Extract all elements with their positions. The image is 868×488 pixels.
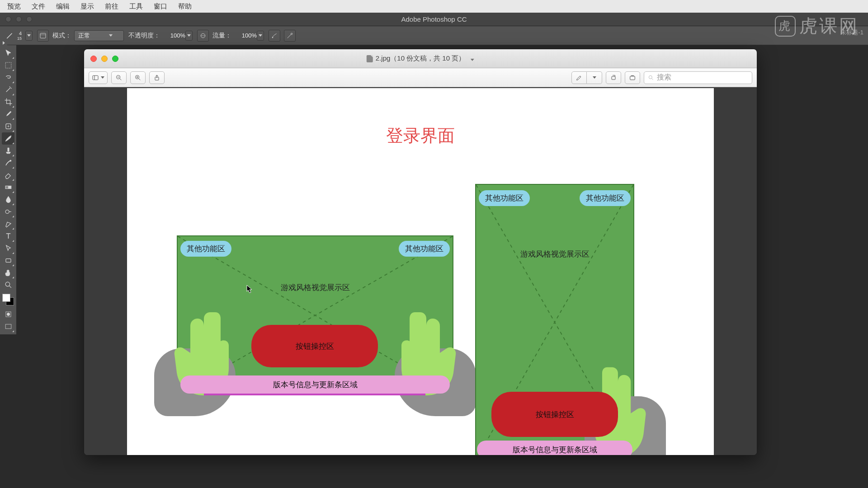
search-icon	[648, 75, 654, 81]
svg-point-7	[9, 160, 11, 161]
menu-item[interactable]: 显示	[80, 2, 94, 11]
dodge-tool-icon[interactable]	[2, 206, 14, 218]
landscape-mockup: 其他功能区 其他功能区 游戏风格视觉展示区 按钮操控区 版本号信息与更新条区域	[177, 235, 453, 395]
document-page: 登录界面 其他功能区 其他功能区 游戏风格视觉展示区	[127, 88, 714, 455]
window-controls	[5, 16, 32, 22]
svg-point-28	[649, 75, 652, 79]
mouse-cursor-icon	[246, 285, 253, 294]
svg-point-3	[272, 37, 274, 38]
eraser-tool-icon[interactable]	[2, 169, 14, 181]
airbrush-icon[interactable]	[269, 30, 280, 42]
opacity-value[interactable]: 100%	[163, 32, 185, 39]
close-icon[interactable]	[5, 16, 11, 22]
menu-item[interactable]: 编辑	[56, 2, 70, 11]
brush-preset-icon[interactable]	[5, 32, 15, 40]
version-bar: 版本号信息与更新条区域	[180, 375, 450, 394]
svg-point-14	[7, 313, 9, 315]
visual-zone-label: 游戏风格视觉展示区	[520, 249, 590, 259]
rotate-button[interactable]	[606, 71, 621, 84]
app-titlebar: Adobe Photoshop CC	[0, 13, 868, 26]
move-tool-icon[interactable]	[2, 47, 14, 59]
close-icon[interactable]	[90, 56, 97, 62]
visual-zone-label: 游戏风格视觉展示区	[281, 282, 350, 293]
clone-stamp-tool-icon[interactable]	[2, 145, 14, 157]
svg-line-24	[139, 79, 140, 80]
gradient-tool-icon[interactable]	[2, 181, 14, 193]
preview-title[interactable]: 2.jpg（10 份文稿，共 10 页）	[367, 54, 474, 63]
type-tool-icon[interactable]	[2, 230, 14, 242]
search-input[interactable]: 搜索	[644, 71, 752, 84]
svg-rect-9	[5, 186, 8, 188]
screen-mode-icon[interactable]	[2, 320, 14, 333]
brush-size-display[interactable]: 415	[17, 31, 22, 41]
foreground-swatch[interactable]	[2, 294, 10, 302]
watermark-logo-icon: 虎	[775, 16, 796, 37]
brush-size-dropdown[interactable]	[25, 31, 33, 41]
flow-dropdown[interactable]	[257, 31, 264, 41]
pressure-opacity-icon[interactable]	[197, 30, 209, 42]
brush-tool-icon[interactable]	[2, 132, 14, 145]
pressure-size-icon[interactable]	[284, 30, 296, 42]
path-select-tool-icon[interactable]	[2, 242, 14, 254]
options-bar: 415 模式： 正常 不透明度： 100% 流量： 100%	[0, 26, 868, 45]
sidebar-toggle-button[interactable]	[89, 71, 108, 84]
opacity-dropdown[interactable]	[185, 31, 193, 41]
menu-item[interactable]: 文件	[32, 2, 45, 11]
menu-item[interactable]: 帮助	[178, 2, 192, 11]
document-icon	[367, 55, 373, 62]
opacity-label: 不透明度：	[128, 32, 160, 40]
pen-tool-icon[interactable]	[2, 218, 14, 230]
zoom-out-button[interactable]	[111, 71, 127, 84]
svg-rect-26	[612, 76, 615, 80]
preview-window: 2.jpg（10 份文稿，共 10 页） 搜索 登录界面	[84, 49, 757, 455]
other-zone-pill: 其他功能区	[399, 241, 450, 257]
hand-tool-icon[interactable]	[2, 267, 14, 279]
svg-rect-11	[5, 259, 10, 263]
quickmask-icon[interactable]	[2, 308, 14, 320]
marquee-tool-icon[interactable]	[2, 59, 14, 71]
button-zone: 按钮操控区	[491, 392, 618, 437]
maximize-icon[interactable]	[112, 56, 118, 62]
minimize-icon[interactable]	[16, 16, 22, 22]
preview-content: 登录界面 其他功能区 其他功能区 游戏风格视觉展示区	[84, 87, 757, 455]
other-zone-pill: 其他功能区	[180, 241, 231, 257]
tools-panel	[0, 45, 16, 334]
maximize-icon[interactable]	[26, 16, 32, 22]
share-button[interactable]	[149, 71, 165, 84]
brush-panel-toggle-icon[interactable]	[37, 30, 49, 42]
eyedropper-tool-icon[interactable]	[2, 108, 14, 120]
flow-value[interactable]: 100%	[234, 32, 257, 39]
zoom-in-button[interactable]	[130, 71, 146, 84]
menu-item[interactable]: 窗口	[154, 2, 167, 11]
menu-item[interactable]: 预览	[7, 2, 21, 11]
page-title: 登录界面	[386, 124, 455, 147]
healing-brush-tool-icon[interactable]	[2, 120, 14, 132]
blur-tool-icon[interactable]	[2, 193, 14, 206]
zoom-tool-icon[interactable]	[2, 279, 14, 291]
other-zone-pill: 其他功能区	[479, 190, 530, 206]
crop-tool-icon[interactable]	[2, 96, 14, 108]
minimize-icon[interactable]	[101, 56, 108, 62]
color-swatches[interactable]	[2, 294, 14, 305]
markup-button[interactable]	[571, 71, 587, 84]
lasso-tool-icon[interactable]	[2, 71, 14, 84]
watermark: 虎 虎课网	[775, 14, 859, 38]
magic-wand-tool-icon[interactable]	[2, 84, 14, 96]
menu-item[interactable]: 工具	[129, 2, 143, 11]
svg-rect-0	[40, 33, 46, 38]
history-brush-tool-icon[interactable]	[2, 157, 14, 169]
blend-mode-select[interactable]: 正常	[74, 30, 124, 41]
svg-rect-15	[5, 324, 11, 329]
svg-point-12	[5, 282, 10, 286]
rectangle-tool-icon[interactable]	[2, 254, 14, 267]
button-zone: 按钮操控区	[251, 325, 378, 367]
menu-item[interactable]: 前往	[105, 2, 118, 11]
preview-titlebar[interactable]: 2.jpg（10 份文稿，共 10 页）	[84, 49, 757, 68]
mac-menubar: 预览 文件 编辑 显示 前往 工具 窗口 帮助	[0, 0, 868, 13]
chevron-down-icon[interactable]	[468, 55, 474, 62]
svg-point-10	[5, 210, 9, 214]
markup-dropdown[interactable]	[587, 71, 602, 84]
mode-label: 模式：	[52, 32, 71, 40]
other-zone-pill: 其他功能区	[580, 190, 631, 206]
action-button[interactable]	[625, 71, 640, 84]
